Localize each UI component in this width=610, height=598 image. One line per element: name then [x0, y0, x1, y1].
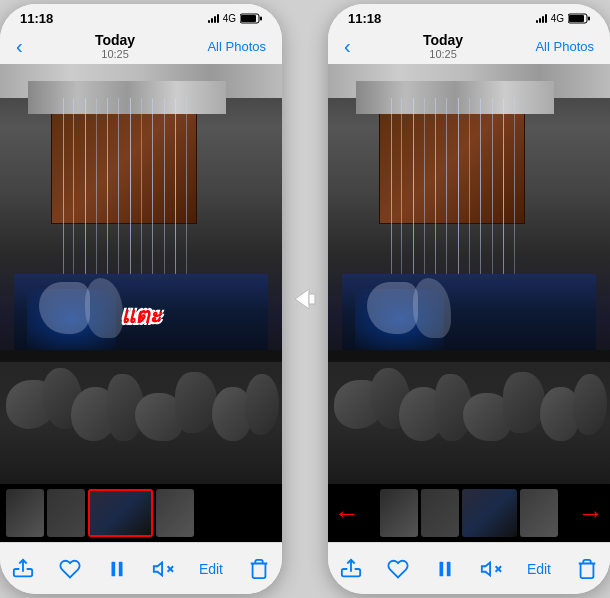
dark-separator-right	[328, 350, 610, 363]
pause-button-left[interactable]	[106, 558, 128, 580]
toolbar-right: Edit	[328, 542, 610, 594]
dark-separator-left	[0, 350, 282, 363]
svg-rect-2	[260, 16, 262, 20]
photo-background-left: แตะ	[0, 64, 282, 484]
svg-marker-8	[295, 289, 309, 309]
between-arrow	[290, 285, 320, 313]
strip-thumbs-right	[363, 489, 575, 537]
toolbar-left: Edit	[0, 542, 282, 594]
status-time-right: 11:18	[348, 11, 381, 26]
status-time-left: 11:18	[20, 11, 53, 26]
photo-background-right	[328, 64, 610, 484]
nav-bar-right: ‹ Today 10:25 All Photos	[328, 28, 610, 64]
back-button-left[interactable]: ‹	[16, 36, 23, 56]
svg-marker-5	[154, 562, 162, 575]
svg-marker-15	[482, 562, 490, 575]
annotation-text-left: แตะ	[121, 298, 161, 333]
svg-rect-1	[241, 15, 256, 22]
share-button-left[interactable]	[12, 558, 34, 580]
nav-center-right: Today 10:25	[423, 32, 463, 60]
svg-rect-13	[439, 561, 443, 576]
water-curtain-left	[56, 98, 197, 274]
thumbnail-strip-left[interactable]	[0, 484, 282, 542]
svg-rect-14	[446, 561, 450, 576]
battery-icon-left	[240, 13, 262, 24]
thumb-1-right[interactable]	[380, 489, 418, 537]
svg-rect-11	[569, 15, 584, 22]
trash-button-left[interactable]	[248, 558, 270, 580]
svg-rect-4	[118, 561, 122, 576]
network-label-right: 4G	[551, 13, 564, 24]
nav-title-left: Today	[95, 32, 135, 48]
all-photos-button-left[interactable]: All Photos	[207, 39, 266, 54]
nav-center-left: Today 10:25	[95, 32, 135, 60]
mute-button-left[interactable]	[152, 558, 174, 580]
rocks-area-left	[0, 362, 282, 484]
status-bar-left: 11:18 4G	[0, 4, 282, 28]
main-container: 11:18 4G ‹ Today 10:25 All Phot	[0, 0, 610, 598]
pause-button-right[interactable]	[434, 558, 456, 580]
thumb-3-left-selected[interactable]	[88, 489, 153, 537]
edit-button-left[interactable]: Edit	[199, 561, 223, 577]
water-pool-right	[342, 274, 596, 350]
thumb-2-left[interactable]	[47, 489, 85, 537]
thumbnail-strip-right[interactable]: ← →	[328, 484, 610, 542]
nav-bar-left: ‹ Today 10:25 All Photos	[0, 28, 282, 64]
photo-area-left[interactable]: แตะ	[0, 64, 282, 484]
heart-button-right[interactable]	[387, 558, 409, 580]
signal-icon-right	[536, 13, 547, 23]
all-photos-button-right[interactable]: All Photos	[535, 39, 594, 54]
back-button-right[interactable]: ‹	[344, 36, 351, 56]
strip-arrow-right-icon: →	[578, 500, 604, 526]
thumb-1-left[interactable]	[6, 489, 44, 537]
status-icons-left: 4G	[208, 13, 262, 24]
rocks-area-right	[328, 362, 610, 484]
left-phone: 11:18 4G ‹ Today 10:25 All Phot	[0, 4, 282, 594]
arrow-right-icon	[291, 285, 319, 313]
signal-icon-left	[208, 13, 219, 23]
mute-button-right[interactable]	[480, 558, 502, 580]
svg-rect-12	[588, 16, 590, 20]
water-curtain-right	[384, 98, 525, 274]
battery-icon-right	[568, 13, 590, 24]
heart-button-left[interactable]	[59, 558, 81, 580]
svg-rect-3	[111, 561, 115, 576]
thumb-3-right[interactable]	[462, 489, 517, 537]
edit-button-right[interactable]: Edit	[527, 561, 551, 577]
share-button-right[interactable]	[340, 558, 362, 580]
nav-subtitle-left: 10:25	[95, 48, 135, 60]
trash-button-right[interactable]	[576, 558, 598, 580]
strip-arrow-left-icon: ←	[334, 500, 360, 526]
status-bar-right: 11:18 4G	[328, 4, 610, 28]
right-phone: 11:18 4G ‹ Today 10:25 All Photos	[328, 4, 610, 594]
photo-area-right[interactable]	[328, 64, 610, 484]
network-label-left: 4G	[223, 13, 236, 24]
nav-subtitle-right: 10:25	[423, 48, 463, 60]
svg-rect-9	[309, 294, 315, 304]
thumb-2-right[interactable]	[421, 489, 459, 537]
nav-title-right: Today	[423, 32, 463, 48]
thumb-4-right[interactable]	[520, 489, 558, 537]
thumb-4-left[interactable]	[156, 489, 194, 537]
status-icons-right: 4G	[536, 13, 590, 24]
